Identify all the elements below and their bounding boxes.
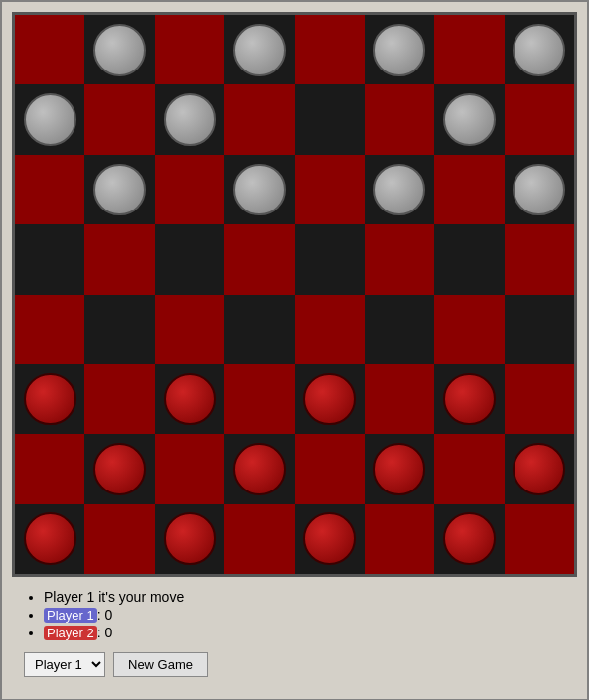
app-window: Player 1 it's your move Player 1: 0 Play… <box>0 0 589 700</box>
cell-3-5[interactable] <box>365 224 434 294</box>
cell-6-6[interactable] <box>434 434 504 503</box>
cell-2-7[interactable] <box>505 155 574 224</box>
cell-6-0[interactable] <box>15 434 84 503</box>
cell-1-7[interactable] <box>505 84 574 154</box>
cell-7-5[interactable] <box>365 504 434 574</box>
cell-4-5[interactable] <box>365 295 434 364</box>
cell-0-6[interactable] <box>434 15 504 84</box>
red-piece-6-7[interactable] <box>513 443 565 495</box>
cell-0-2[interactable] <box>155 15 224 84</box>
turn-message: Player 1 it's your move <box>44 589 565 605</box>
cell-3-7[interactable] <box>505 224 574 294</box>
cell-0-5[interactable] <box>365 15 434 84</box>
red-piece-5-0[interactable] <box>24 373 76 426</box>
cell-5-2[interactable] <box>155 364 224 434</box>
cell-2-1[interactable] <box>84 155 154 224</box>
cell-7-1[interactable] <box>84 504 154 574</box>
cell-5-1[interactable] <box>84 364 154 434</box>
cell-3-2[interactable] <box>155 224 224 294</box>
red-piece-6-3[interactable] <box>233 443 286 495</box>
gray-piece-0-1[interactable] <box>93 24 146 76</box>
red-piece-5-4[interactable] <box>303 373 356 426</box>
cell-5-3[interactable] <box>224 364 294 434</box>
cell-1-4[interactable] <box>295 84 365 154</box>
cell-7-4[interactable] <box>295 504 365 574</box>
controls-bar: Player 1 Player 2 New Game <box>24 648 565 681</box>
cell-4-7[interactable] <box>505 295 574 364</box>
cell-5-7[interactable] <box>505 364 574 434</box>
cell-6-5[interactable] <box>365 434 434 503</box>
cell-3-1[interactable] <box>84 224 154 294</box>
new-game-button[interactable]: New Game <box>113 652 208 677</box>
cell-7-2[interactable] <box>155 504 224 574</box>
cell-3-6[interactable] <box>434 224 504 294</box>
red-piece-6-1[interactable] <box>93 443 146 495</box>
player2-label: Player 2 <box>44 626 97 640</box>
cell-6-7[interactable] <box>505 434 574 503</box>
cell-2-5[interactable] <box>365 155 434 224</box>
checkers-board[interactable] <box>15 15 574 574</box>
cell-5-5[interactable] <box>365 364 434 434</box>
cell-2-0[interactable] <box>15 155 84 224</box>
red-piece-7-4[interactable] <box>303 512 356 565</box>
gray-piece-2-5[interactable] <box>373 164 426 216</box>
player1-score: Player 1: 0 <box>44 607 565 623</box>
cell-4-3[interactable] <box>224 295 294 364</box>
cell-2-6[interactable] <box>434 155 504 224</box>
cell-7-7[interactable] <box>505 504 574 574</box>
cell-7-6[interactable] <box>434 504 504 574</box>
gray-piece-2-1[interactable] <box>93 164 146 216</box>
red-piece-5-6[interactable] <box>443 373 496 426</box>
cell-0-4[interactable] <box>295 15 365 84</box>
red-piece-7-2[interactable] <box>164 512 217 565</box>
cell-5-6[interactable] <box>434 364 504 434</box>
gray-piece-1-6[interactable] <box>443 93 496 146</box>
cell-7-3[interactable] <box>224 504 294 574</box>
player-select[interactable]: Player 1 Player 2 <box>24 652 105 677</box>
cell-3-4[interactable] <box>295 224 365 294</box>
cell-2-4[interactable] <box>295 155 365 224</box>
cell-7-0[interactable] <box>15 504 84 574</box>
cell-4-6[interactable] <box>434 295 504 364</box>
cell-1-0[interactable] <box>15 84 84 154</box>
cell-2-3[interactable] <box>224 155 294 224</box>
red-piece-5-2[interactable] <box>164 373 217 426</box>
info-panel: Player 1 it's your move Player 1: 0 Play… <box>12 581 577 689</box>
cell-4-2[interactable] <box>155 295 224 364</box>
gray-piece-0-7[interactable] <box>513 24 565 76</box>
cell-0-7[interactable] <box>505 15 574 84</box>
red-piece-7-6[interactable] <box>443 512 496 565</box>
cell-5-0[interactable] <box>15 364 84 434</box>
gray-piece-1-2[interactable] <box>164 93 217 146</box>
cell-2-2[interactable] <box>155 155 224 224</box>
cell-6-3[interactable] <box>224 434 294 503</box>
cell-3-0[interactable] <box>15 224 84 294</box>
cell-4-4[interactable] <box>295 295 365 364</box>
cell-4-1[interactable] <box>84 295 154 364</box>
cell-1-2[interactable] <box>155 84 224 154</box>
cell-0-1[interactable] <box>84 15 154 84</box>
game-status-list: Player 1 it's your move Player 1: 0 Play… <box>24 589 565 640</box>
cell-0-3[interactable] <box>224 15 294 84</box>
gray-piece-2-3[interactable] <box>233 164 286 216</box>
cell-6-4[interactable] <box>295 434 365 503</box>
cell-6-1[interactable] <box>84 434 154 503</box>
gray-piece-0-3[interactable] <box>233 24 286 76</box>
gray-piece-1-0[interactable] <box>24 93 76 146</box>
cell-0-0[interactable] <box>15 15 84 84</box>
cell-3-3[interactable] <box>224 224 294 294</box>
gray-piece-0-5[interactable] <box>373 24 426 76</box>
player2-score: Player 2: 0 <box>44 625 565 640</box>
cell-1-3[interactable] <box>224 84 294 154</box>
cell-1-1[interactable] <box>84 84 154 154</box>
cell-4-0[interactable] <box>15 295 84 364</box>
gray-piece-2-7[interactable] <box>513 164 565 216</box>
red-piece-7-0[interactable] <box>24 512 76 565</box>
cell-1-5[interactable] <box>365 84 434 154</box>
player1-label: Player 1 <box>44 608 97 623</box>
red-piece-6-5[interactable] <box>373 443 426 495</box>
cell-1-6[interactable] <box>434 84 504 154</box>
cell-5-4[interactable] <box>295 364 365 434</box>
board-container <box>12 12 577 577</box>
cell-6-2[interactable] <box>155 434 224 503</box>
